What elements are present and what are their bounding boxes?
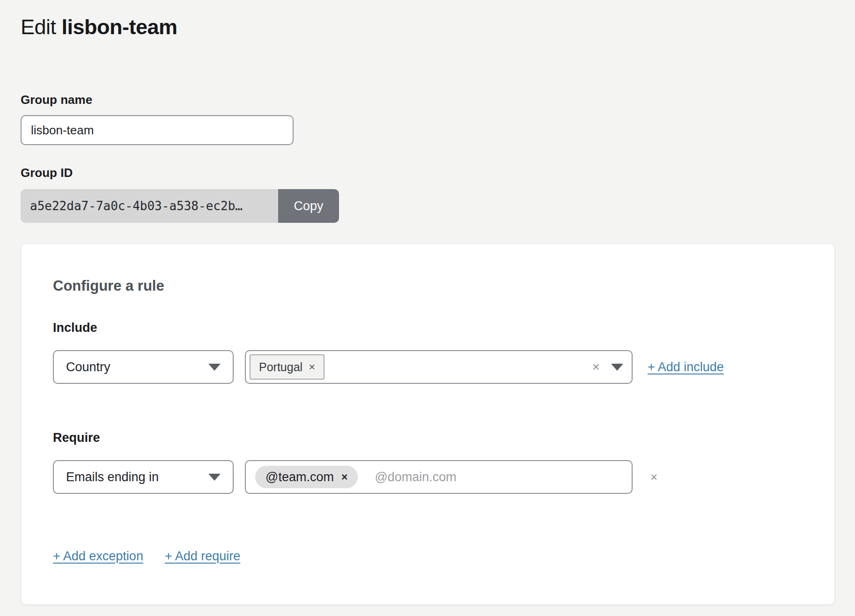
rule-footer-links: + Add exception + Add require — [53, 549, 803, 564]
require-selector-dropdown[interactable]: Emails ending in — [53, 460, 234, 494]
chevron-down-icon — [208, 364, 221, 371]
remove-country-tag-icon[interactable]: × — [309, 361, 315, 373]
group-id-value: a5e22da7-7a0c-4b03-a538-ec2b… — [21, 189, 278, 223]
add-require-link[interactable]: + Add require — [165, 549, 240, 564]
email-tag-label: @team.com — [265, 470, 334, 484]
group-name-input[interactable] — [21, 115, 294, 145]
require-value-field[interactable]: @team.com × — [245, 460, 633, 494]
page-title-prefix: Edit — [21, 15, 62, 39]
country-tag: Portugal × — [250, 354, 324, 380]
email-tag: @team.com × — [255, 466, 358, 488]
require-label: Require — [53, 431, 803, 445]
require-rule-row: Emails ending in @team.com × × — [53, 460, 803, 494]
domain-input[interactable] — [358, 470, 623, 484]
chevron-down-icon[interactable] — [611, 364, 623, 371]
group-id-label: Group ID — [21, 166, 835, 180]
chevron-down-icon — [208, 474, 221, 481]
rule-card-heading: Configure a rule — [53, 244, 803, 294]
include-selector-dropdown[interactable]: Country — [53, 350, 234, 384]
include-label: Include — [53, 321, 803, 335]
group-name-label: Group name — [21, 93, 835, 107]
page-title-group-name: lisbon-team — [62, 15, 177, 39]
add-include-link[interactable]: + Add include — [648, 360, 724, 374]
add-exception-link[interactable]: + Add exception — [53, 549, 143, 564]
rule-card: Configure a rule Include Country Portuga… — [21, 243, 835, 605]
include-selector-value: Country — [66, 360, 111, 374]
country-tag-label: Portugal — [259, 360, 302, 374]
remove-email-tag-icon[interactable]: × — [341, 472, 347, 483]
clear-selection-icon[interactable]: × — [592, 360, 600, 374]
page-title: Edit lisbon-team — [21, 14, 835, 40]
page-content: Edit lisbon-team Group name Group ID a5e… — [0, 0, 855, 605]
remove-require-rule-icon[interactable]: × — [650, 471, 657, 483]
group-id-row: a5e22da7-7a0c-4b03-a538-ec2b… Copy — [21, 189, 339, 223]
include-value-multiselect[interactable]: Portugal × × — [245, 350, 633, 384]
copy-button[interactable]: Copy — [278, 189, 339, 223]
require-selector-value: Emails ending in — [66, 470, 159, 484]
include-rule-row: Country Portugal × × + Add include — [53, 350, 803, 384]
